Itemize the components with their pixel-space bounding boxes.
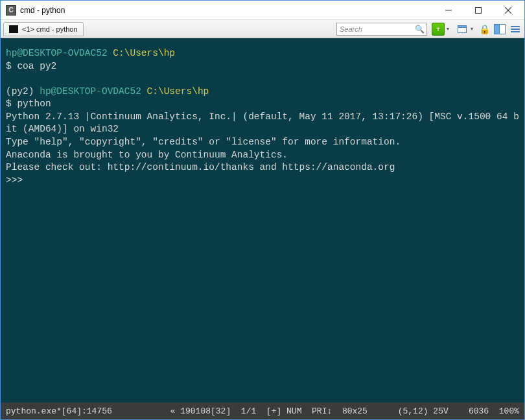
status-segment bbox=[332, 406, 342, 416]
terminal-line: Python 2.7.13 |Continuum Analytics, Inc.… bbox=[6, 111, 519, 135]
toolbar: <1> cmd - python Search 🔍 + ▾ ▾ 🔒 bbox=[1, 20, 524, 38]
console-tab[interactable]: <1> cmd - python bbox=[3, 22, 84, 36]
status-segment bbox=[301, 406, 312, 416]
status-zoom: 100% bbox=[499, 406, 519, 416]
terminal-line: Anaconda is brought to you by Continuum … bbox=[6, 150, 288, 160]
status-cursor: (5,12) 25V bbox=[398, 406, 449, 416]
python-prompt: >>> bbox=[6, 175, 23, 185]
terminal-line: Please check out: http://continuum.io/th… bbox=[6, 162, 395, 172]
window-title: cmd - python bbox=[20, 6, 434, 15]
maximize-button[interactable] bbox=[463, 1, 493, 19]
status-pri: PRI↕ bbox=[312, 406, 332, 416]
terminal-output[interactable]: hp@DESKTOP-OVDAC52 C:\Users\hp $ coa py2… bbox=[1, 38, 524, 402]
window-dropdown-arrow[interactable]: ▾ bbox=[469, 26, 475, 32]
search-icon: 🔍 bbox=[415, 25, 425, 34]
titlebar: C cmd - python bbox=[1, 1, 524, 20]
status-segment bbox=[256, 406, 266, 416]
status-process: python.exe*[64]:14756 bbox=[6, 406, 112, 416]
status-segment bbox=[489, 406, 499, 416]
status-plus: [+] bbox=[266, 406, 281, 416]
svg-rect-5 bbox=[458, 25, 467, 27]
status-segment bbox=[368, 406, 398, 416]
prompt-userhost: hp@DESKTOP-OVDAC52 bbox=[6, 48, 108, 58]
terminal-line: $ python bbox=[6, 99, 51, 109]
prompt-path: C:\Users\hp bbox=[147, 86, 209, 97]
split-view-button[interactable] bbox=[493, 23, 506, 36]
status-segment bbox=[449, 406, 469, 416]
status-num: NUM bbox=[286, 406, 301, 416]
menu-icon bbox=[511, 26, 520, 32]
terminal-line: $ coa py2 bbox=[6, 61, 56, 71]
close-button[interactable] bbox=[493, 1, 523, 19]
split-icon bbox=[494, 24, 506, 34]
menu-button[interactable] bbox=[509, 23, 522, 36]
lock-button[interactable]: 🔒 bbox=[478, 23, 491, 36]
new-console-dropdown[interactable]: ▾ bbox=[445, 26, 451, 32]
status-mem: 6036 bbox=[469, 406, 489, 416]
statusbar: python.exe*[64]:14756 « 190108[32] 1/1 [… bbox=[1, 402, 524, 419]
prompt-path: C:\Users\hp bbox=[113, 48, 175, 58]
prompt-userhost: hp@DESKTOP-OVDAC52 bbox=[40, 86, 141, 97]
window-controls bbox=[434, 1, 523, 19]
svg-rect-1 bbox=[476, 7, 482, 13]
search-placeholder: Search bbox=[340, 25, 362, 33]
status-segment bbox=[231, 406, 241, 416]
status-page: 1/1 bbox=[241, 406, 256, 416]
new-console-button[interactable]: + bbox=[432, 23, 445, 36]
tab-label: <1> cmd - python bbox=[22, 25, 78, 33]
app-icon: C bbox=[6, 5, 16, 16]
minimize-button[interactable] bbox=[434, 1, 463, 19]
prompt-env: (py2) bbox=[6, 86, 34, 97]
status-size: 80x25 bbox=[342, 406, 368, 416]
status-segment bbox=[281, 406, 286, 416]
terminal-line: Type "help", "copyright", "credits" or "… bbox=[6, 137, 401, 147]
window-dropdown-button[interactable] bbox=[456, 23, 469, 36]
lock-icon: 🔒 bbox=[479, 24, 490, 34]
status-segment: « 190108[32] bbox=[170, 406, 231, 416]
search-input[interactable]: Search 🔍 bbox=[336, 23, 427, 36]
terminal-icon bbox=[9, 25, 18, 33]
